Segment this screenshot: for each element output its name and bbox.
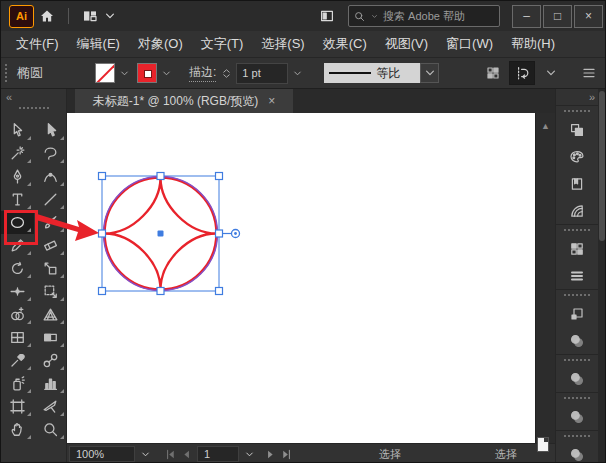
gradient-icon [42,329,59,346]
zoom-level[interactable]: 100% [69,446,135,462]
menu-type[interactable]: 文字(T) [192,35,253,53]
menu-help[interactable]: 帮助(H) [502,35,564,53]
graph-tool[interactable] [34,372,67,395]
blend-tool[interactable] [34,349,67,372]
search-input[interactable]: 搜索 Adobe 帮助 [348,5,500,27]
gradient-tool[interactable] [34,326,67,349]
tools-grip[interactable] [19,107,49,109]
fill-chevron-icon[interactable] [118,67,131,80]
dock-section-grip[interactable] [564,294,590,298]
document-tab[interactable]: 未标题-1* @ 100% (RGB/预览) × [75,89,293,113]
menu-view[interactable]: 视图(V) [376,35,437,53]
home-icon[interactable] [34,5,60,27]
perspective-grid-tool[interactable] [34,303,67,326]
stroke-panel-link[interactable]: 描边: [189,64,216,82]
mesh-tool[interactable] [1,326,34,349]
stroke-profile-chevron-icon[interactable] [420,63,439,83]
dock-collapse-icon[interactable]: » [589,91,595,103]
controlbar-menu-icon[interactable] [581,65,597,81]
transform-panel-button[interactable] [556,300,598,327]
draw-mode-chevron-icon[interactable] [543,65,559,81]
scroll-up-icon[interactable]: ▲ [536,121,555,131]
pen-icon [9,168,26,185]
workspace-switcher-icon[interactable] [77,5,103,27]
dock-scrollbar[interactable] [598,89,606,463]
menu-select[interactable]: 选择(S) [252,35,313,53]
dock-scrollbar-thumb[interactable] [599,91,605,241]
hand-tool[interactable] [1,418,34,441]
status-bar: 100% 1 选择 选择 [67,443,555,463]
artboard-chevron-icon[interactable] [243,446,256,462]
zoom-chevron-icon[interactable] [139,446,152,462]
menu-file[interactable]: 文件(F) [7,35,68,53]
first-artboard-icon[interactable] [163,446,177,462]
fill-swatch[interactable] [95,63,115,83]
width-tool[interactable] [1,280,34,303]
symbol-sprayer-tool[interactable] [1,372,34,395]
canvas[interactable] [67,113,535,443]
app-logo-icon[interactable]: Ai [9,5,34,28]
dock-section-grip[interactable] [564,110,590,114]
minimize-button[interactable]: – [512,5,541,28]
direct-selection-tool[interactable] [34,119,67,142]
stroke-profile-combo[interactable]: 等比 [324,63,420,83]
dock-section-grip[interactable] [564,397,590,401]
pathfinder-panel-button[interactable] [556,327,598,354]
libraries-panel-button[interactable] [556,116,598,143]
tool-flyout-corner [27,297,31,301]
artboard-number[interactable]: 1 [197,446,239,462]
next-artboard-icon[interactable] [263,446,277,462]
arrange-icon[interactable] [485,65,501,81]
draw-mode-button[interactable] [509,61,535,85]
lasso-tool[interactable] [34,142,67,165]
prev-artboard-icon[interactable] [179,446,193,462]
stroke-profile-preview [329,72,371,74]
stroke-weight-value[interactable]: 1 pt [236,63,288,84]
tab-close-icon[interactable]: × [268,94,275,108]
panel-toggle-icon[interactable] [314,5,340,27]
vertical-scrollbar[interactable]: ▲ [535,113,555,443]
controlbar-grip[interactable] [5,64,11,82]
tool-flyout-corner [27,205,31,209]
tools-collapse-icon[interactable]: « [6,91,12,103]
stroke-chevron-icon[interactable] [160,67,173,80]
swatches-panel-button[interactable] [556,170,598,197]
menu-edit[interactable]: 编辑(E) [68,35,129,53]
zoom-tool[interactable] [34,418,67,441]
dock-section-grip[interactable] [564,435,590,439]
eyedropper-tool[interactable] [1,349,34,372]
color-guide-panel-button[interactable] [556,197,598,224]
menu-effect[interactable]: 效果(C) [314,35,376,53]
free-transform-tool[interactable] [34,280,67,303]
shape-modes-3-panel-button[interactable] [556,441,598,463]
stroke-weight-chevron-icon[interactable] [291,67,304,80]
color-panel-button[interactable] [556,143,598,170]
magic-wand-tool[interactable] [1,142,34,165]
swatch-grid-panel-button[interactable] [556,235,598,262]
dock-section-grip[interactable] [564,359,590,363]
selection-tool[interactable] [1,119,34,142]
slice-tool[interactable] [34,395,67,418]
workspace-chevron-icon[interactable] [103,5,117,27]
stroke-panel-panel-button[interactable] [556,262,598,289]
shape-modes-2-panel-button[interactable] [556,403,598,430]
maximize-button[interactable]: □ [543,5,572,28]
rotate-tool[interactable] [1,257,34,280]
shape-builder-tool[interactable] [1,303,34,326]
menu-object[interactable]: 对象(O) [129,35,192,53]
stroke-weight-stepper[interactable] [220,67,233,80]
curvature-tool[interactable] [34,165,67,188]
shape-modes-panel-button[interactable] [556,365,598,392]
center-anchor[interactable] [158,231,164,237]
tool-flyout-corner [60,136,64,140]
menu-window[interactable]: 窗口(W) [437,35,502,53]
dock-section-grip[interactable] [564,229,590,233]
artboard-tool[interactable] [1,395,34,418]
pen-tool[interactable] [1,165,34,188]
last-artboard-icon[interactable] [279,446,293,462]
scale-tool[interactable] [34,257,67,280]
stroke-swatch[interactable] [137,63,157,83]
type-tool[interactable] [1,188,34,211]
close-button[interactable]: × [574,5,603,28]
pathfinder-icon [569,333,585,349]
